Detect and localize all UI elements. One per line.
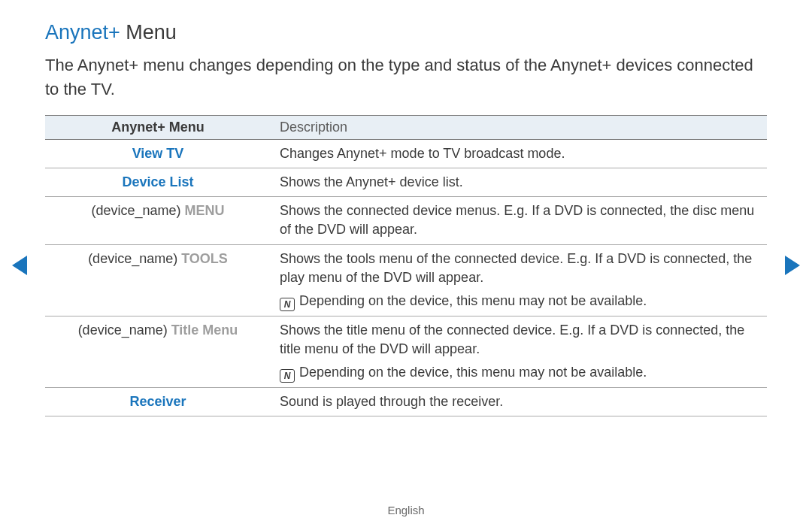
description-text: Shows the title menu of the connected de… xyxy=(280,323,744,356)
menu-item-label: TOOLS xyxy=(181,251,228,266)
description-text: Shows the connected device menus. E.g. I… xyxy=(280,203,754,237)
table-row: ReceiverSound is played through the rece… xyxy=(45,388,767,416)
menu-item-label: Title Menu xyxy=(171,323,238,338)
menu-item-description: Changes Anynet+ mode to TV broadcast mod… xyxy=(271,139,767,168)
table-header-row: Anynet+ Menu Description xyxy=(45,115,767,139)
menu-item-name: View TV xyxy=(45,139,271,168)
title-accent: Anynet+ xyxy=(45,21,120,44)
menu-item-description: Shows the title menu of the connected de… xyxy=(271,316,767,387)
title-rest: Menu xyxy=(120,21,177,44)
note-text: Depending on the device, this menu may n… xyxy=(299,293,647,308)
note-icon: N xyxy=(280,298,295,311)
intro-paragraph: The Anynet+ menu changes depending on th… xyxy=(45,53,767,101)
next-page-arrow-icon[interactable] xyxy=(785,256,800,275)
menu-item-prefix: (device_name) xyxy=(78,323,171,338)
menu-item-label: Device List xyxy=(122,174,193,189)
description-text: Sound is played through the receiver. xyxy=(280,394,503,409)
table-row: (device_name) Title MenuShows the title … xyxy=(45,316,767,387)
footer-language: English xyxy=(0,504,812,516)
note-line: NDepending on the device, this menu may … xyxy=(280,292,758,311)
menu-item-label: MENU xyxy=(185,203,225,218)
menu-item-name: Receiver xyxy=(45,388,271,416)
menu-item-name: (device_name) TOOLS xyxy=(45,244,271,316)
menu-item-label: View TV xyxy=(132,146,184,161)
menu-item-description: Sound is played through the receiver. xyxy=(271,388,767,416)
table-header-left: Anynet+ Menu xyxy=(45,115,271,139)
menu-item-description: Shows the Anynet+ device list. xyxy=(271,168,767,196)
description-text: Changes Anynet+ mode to TV broadcast mod… xyxy=(280,146,565,161)
table-row: (device_name) TOOLSShows the tools menu … xyxy=(45,244,767,316)
menu-item-description: Shows the connected device menus. E.g. I… xyxy=(271,197,767,244)
menu-item-prefix: (device_name) xyxy=(91,203,184,218)
menu-item-prefix: (device_name) xyxy=(88,251,181,266)
menu-item-name: Device List xyxy=(45,168,271,196)
page-title: Anynet+ Menu xyxy=(45,21,767,44)
anynet-menu-table: Anynet+ Menu Description View TVChanges … xyxy=(45,115,767,417)
table-header-right: Description xyxy=(271,115,767,139)
menu-item-name: (device_name) Title Menu xyxy=(45,316,271,387)
menu-item-label: Receiver xyxy=(129,394,186,409)
description-text: Shows the tools menu of the connected de… xyxy=(280,251,752,285)
menu-item-description: Shows the tools menu of the connected de… xyxy=(271,244,767,316)
table-row: (device_name) MENUShows the connected de… xyxy=(45,197,767,244)
table-row: Device ListShows the Anynet+ device list… xyxy=(45,168,767,196)
description-text: Shows the Anynet+ device list. xyxy=(280,174,463,189)
note-line: NDepending on the device, this menu may … xyxy=(280,363,758,383)
menu-item-name: (device_name) MENU xyxy=(45,197,271,244)
table-row: View TVChanges Anynet+ mode to TV broadc… xyxy=(45,139,767,168)
note-icon: N xyxy=(280,369,295,383)
note-text: Depending on the device, this menu may n… xyxy=(299,365,647,380)
prev-page-arrow-icon[interactable] xyxy=(12,256,27,275)
